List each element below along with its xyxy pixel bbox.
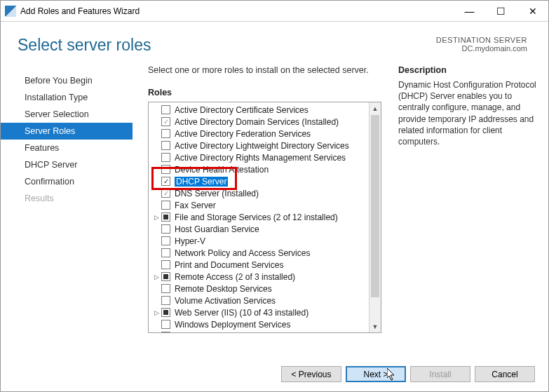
role-checkbox[interactable] xyxy=(161,212,170,222)
destination-value: DC.mydomain.com xyxy=(436,44,527,53)
role-label: DHCP Server xyxy=(175,177,228,187)
role-checkbox[interactable] xyxy=(161,201,170,210)
expander-icon[interactable]: ▷ xyxy=(153,214,160,221)
scroll-thumb[interactable] xyxy=(371,115,379,297)
scroll-up-icon[interactable]: ▲ xyxy=(370,102,381,114)
role-row[interactable]: Device Health Attestation xyxy=(149,163,381,175)
cancel-button[interactable]: Cancel xyxy=(475,366,535,382)
title-bar: Add Roles and Features Wizard ― ☐ ✕ xyxy=(1,1,548,22)
role-row[interactable]: DHCP Server xyxy=(149,175,381,187)
role-label: Windows Server Update Services xyxy=(175,332,300,333)
role-row[interactable]: Windows Deployment Services xyxy=(149,318,381,330)
description-heading: Description xyxy=(398,65,537,75)
role-label: Network Policy and Access Services xyxy=(175,248,310,258)
wizard-nav: Before You BeginInstallation TypeServer … xyxy=(1,65,133,333)
role-label: Active Directory Domain Services (Instal… xyxy=(175,117,339,127)
role-row[interactable]: Active Directory Rights Management Servi… xyxy=(149,151,381,163)
maximize-button[interactable]: ☐ xyxy=(485,1,517,22)
roles-listbox[interactable]: Active Directory Certificate ServicesAct… xyxy=(148,102,381,333)
role-row[interactable]: ▷Remote Access (2 of 3 installed) xyxy=(149,271,381,283)
role-label: Volume Activation Services xyxy=(175,296,276,306)
role-label: Hyper-V xyxy=(175,236,205,246)
role-label: Remote Access (2 of 3 installed) xyxy=(175,272,295,282)
window-title: Add Roles and Features Wizard xyxy=(20,6,454,16)
footer-buttons: < Previous Next > Install Cancel xyxy=(281,366,535,382)
scroll-down-icon[interactable]: ▼ xyxy=(370,320,381,332)
nav-step-confirmation[interactable]: Confirmation xyxy=(1,173,133,190)
role-row[interactable]: Remote Desktop Services xyxy=(149,283,381,295)
role-label: Web Server (IIS) (10 of 43 installed) xyxy=(175,308,309,318)
role-row[interactable]: Volume Activation Services xyxy=(149,295,381,306)
nav-step-server-roles[interactable]: Server Roles xyxy=(1,123,133,140)
roles-heading: Roles xyxy=(148,88,381,97)
role-label: Fax Server xyxy=(175,201,216,210)
destination-label: DESTINATION SERVER xyxy=(436,36,527,44)
nav-step-features[interactable]: Features xyxy=(1,140,133,156)
role-row[interactable]: Fax Server xyxy=(149,199,381,211)
role-row[interactable]: Active Directory Domain Services (Instal… xyxy=(149,116,381,128)
role-checkbox[interactable] xyxy=(161,129,170,138)
role-row[interactable]: ▷Web Server (IIS) (10 of 43 installed) xyxy=(149,306,381,318)
role-checkbox[interactable] xyxy=(161,272,170,281)
role-checkbox[interactable] xyxy=(161,296,170,305)
role-checkbox[interactable] xyxy=(161,117,170,126)
expander-icon[interactable]: ▷ xyxy=(153,309,160,316)
description-text: Dynamic Host Configuration Protocol (DHC… xyxy=(398,79,537,147)
role-label: Active Directory Rights Management Servi… xyxy=(175,153,346,163)
page-title: Select server roles xyxy=(18,36,151,55)
role-label: Device Health Attestation xyxy=(175,165,269,175)
role-checkbox[interactable] xyxy=(161,260,170,269)
role-row[interactable]: Network Policy and Access Services xyxy=(149,247,381,259)
role-checkbox[interactable] xyxy=(161,141,170,150)
role-checkbox[interactable] xyxy=(161,320,170,329)
role-label: Remote Desktop Services xyxy=(175,284,272,294)
nav-step-installation-type[interactable]: Installation Type xyxy=(1,89,133,106)
instruction-text: Select one or more roles to install on t… xyxy=(148,65,381,75)
role-label: Active Directory Lightweight Directory S… xyxy=(175,141,349,151)
install-button[interactable]: Install xyxy=(410,366,470,382)
role-row[interactable]: Host Guardian Service xyxy=(149,223,381,235)
role-label: DNS Server (Installed) xyxy=(175,189,259,198)
role-label: Active Directory Federation Services xyxy=(175,129,311,139)
role-label: Active Directory Certificate Services xyxy=(175,105,309,115)
role-label: Windows Deployment Services xyxy=(175,320,290,330)
role-checkbox[interactable] xyxy=(161,332,170,332)
role-checkbox[interactable] xyxy=(161,177,170,186)
header: Select server roles DESTINATION SERVER D… xyxy=(1,22,548,58)
role-row[interactable]: Active Directory Federation Services xyxy=(149,128,381,140)
nav-step-server-selection[interactable]: Server Selection xyxy=(1,106,133,123)
role-checkbox[interactable] xyxy=(161,189,170,198)
scrollbar-vertical[interactable]: ▲ ▼ xyxy=(369,102,381,332)
role-checkbox[interactable] xyxy=(161,284,170,293)
role-row[interactable]: Active Directory Lightweight Directory S… xyxy=(149,140,381,151)
role-checkbox[interactable] xyxy=(161,224,170,234)
next-button[interactable]: Next > xyxy=(346,366,406,382)
minimize-button[interactable]: ― xyxy=(454,1,485,22)
role-row[interactable]: Print and Document Services xyxy=(149,259,381,271)
role-row[interactable]: Active Directory Certificate Services xyxy=(149,104,381,116)
role-row[interactable]: Hyper-V xyxy=(149,235,381,247)
role-row[interactable]: ▷File and Storage Services (2 of 12 inst… xyxy=(149,211,381,223)
role-row[interactable]: Windows Server Update Services xyxy=(149,330,381,332)
app-icon xyxy=(5,6,16,17)
nav-step-before-you-begin[interactable]: Before You Begin xyxy=(1,72,133,89)
expander-icon[interactable]: ▷ xyxy=(153,273,160,281)
role-row[interactable]: DNS Server (Installed) xyxy=(149,187,381,199)
role-label: Host Guardian Service xyxy=(175,224,259,234)
role-checkbox[interactable] xyxy=(161,308,170,317)
nav-step-results: Results xyxy=(1,190,133,207)
role-checkbox[interactable] xyxy=(161,248,170,257)
role-checkbox[interactable] xyxy=(161,153,170,162)
destination-block: DESTINATION SERVER DC.mydomain.com xyxy=(436,36,527,53)
close-button[interactable]: ✕ xyxy=(517,1,548,22)
role-checkbox[interactable] xyxy=(161,165,170,174)
previous-button[interactable]: < Previous xyxy=(281,366,341,382)
role-checkbox[interactable] xyxy=(161,105,170,114)
role-checkbox[interactable] xyxy=(161,236,170,245)
role-label: Print and Document Services xyxy=(175,260,283,270)
nav-step-dhcp-server[interactable]: DHCP Server xyxy=(1,156,133,173)
role-label: File and Storage Services (2 of 12 insta… xyxy=(175,212,338,222)
